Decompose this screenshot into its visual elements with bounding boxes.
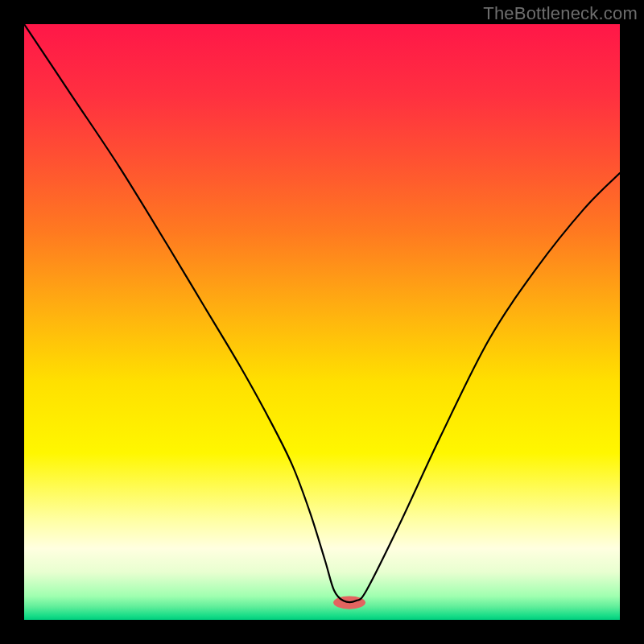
plot-svg [24, 24, 620, 620]
plot-area [24, 24, 620, 620]
gradient-background [24, 24, 620, 620]
chart-frame: TheBottleneck.com [0, 0, 644, 644]
watermark-label: TheBottleneck.com [483, 3, 638, 24]
